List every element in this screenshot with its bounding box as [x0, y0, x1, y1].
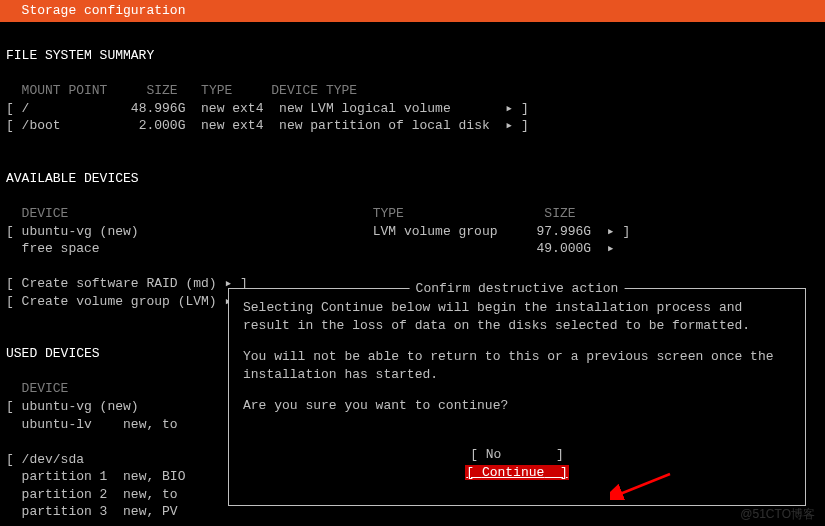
fss-col-type: TYPE — [201, 83, 232, 98]
ud-row[interactable]: [ /dev/sda — [6, 452, 84, 467]
ud-child-row[interactable]: ubuntu-lv new, to — [6, 417, 178, 432]
watermark: @51CTO博客 — [740, 506, 815, 522]
fss-row[interactable]: [ /boot 2.000G new ext4 new partition of… — [6, 118, 529, 133]
confirm-dialog: Confirm destructive action Selecting Con… — [228, 288, 806, 506]
fss-col-size: SIZE — [146, 83, 177, 98]
dialog-paragraph: Selecting Continue below will begin the … — [243, 299, 791, 334]
fss-col-devtype: DEVICE TYPE — [271, 83, 357, 98]
create-raid-action[interactable]: [ Create software RAID (md) ▸ ] — [6, 276, 248, 291]
page-title: Storage configuration — [6, 3, 185, 18]
file-system-summary-title: FILE SYSTEM SUMMARY — [6, 48, 154, 63]
ad-col-device: DEVICE — [22, 206, 69, 221]
chevron-right-icon: ▸ — [607, 224, 615, 239]
no-button[interactable]: [ No ] — [470, 447, 564, 462]
title-bar: Storage configuration — [0, 0, 825, 22]
available-devices-title: AVAILABLE DEVICES — [6, 171, 139, 186]
chevron-right-icon: ▸ — [505, 101, 513, 116]
create-lvm-action[interactable]: [ Create volume group (LVM) ▸ ] — [6, 294, 248, 309]
used-devices-title: USED DEVICES — [6, 346, 100, 361]
dialog-paragraph: Are you sure you want to continue? — [243, 397, 791, 415]
ad-row[interactable]: [ ubuntu-vg (new) LVM volume group 97.99… — [6, 224, 630, 239]
dialog-body: Selecting Continue below will begin the … — [243, 299, 791, 415]
ad-col-size: SIZE — [544, 206, 575, 221]
ad-row[interactable]: free space 49.000G ▸ — [6, 241, 615, 256]
ud-child-row[interactable]: partition 2 new, to — [6, 487, 178, 502]
chevron-right-icon: ▸ — [505, 118, 513, 133]
dialog-title: Confirm destructive action — [410, 280, 625, 298]
ud-child-row[interactable]: partition 3 new, PV — [6, 504, 178, 519]
fss-col-mount: MOUNT POINT — [22, 83, 108, 98]
ad-col-type: TYPE — [373, 206, 404, 221]
ud-child-row[interactable]: partition 1 new, BIO — [6, 469, 185, 484]
dialog-paragraph: You will not be able to return to this o… — [243, 348, 791, 383]
fss-row[interactable]: [ / 48.996G new ext4 new LVM logical vol… — [6, 101, 529, 116]
ud-col-device: DEVICE — [22, 381, 69, 396]
ud-row[interactable]: [ ubuntu-vg (new) — [6, 399, 139, 414]
continue-button[interactable]: [ Continue ] — [465, 465, 568, 480]
chevron-right-icon: ▸ — [607, 241, 615, 256]
